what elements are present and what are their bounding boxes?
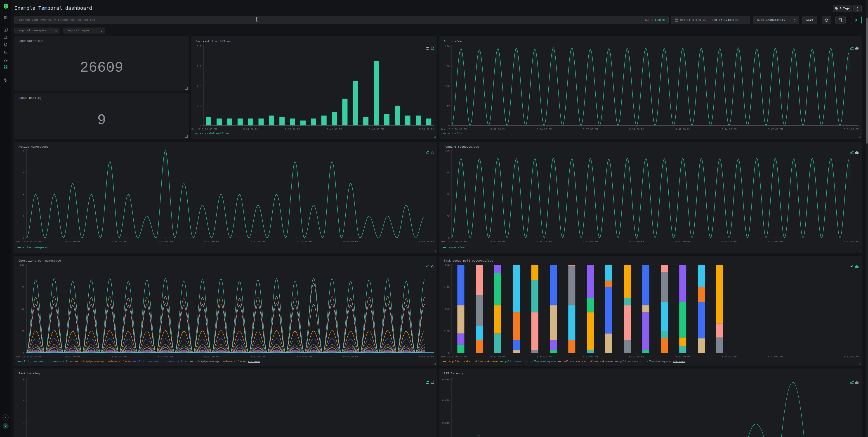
svg-text:0: 0 [23,237,24,240]
svg-text:0.1: 0.1 [445,308,450,310]
svg-text:5:39:30 PM: 5:39:30 PM [629,128,644,131]
svg-text:10K: 10K [445,193,450,196]
svg-text:clickpipes-aws-p..outheast-2.l: clickpipes-aws-p..outheast-2.l2c4n [80,360,130,363]
svg-text:0.6: 0.6 [197,65,202,68]
svg-text:5:44:30 PM: 5:44:30 PM [297,240,312,243]
svg-text:5:46:00 PM: 5:46:00 PM [369,128,384,131]
svg-text:5:34:00 PM: 5:34:00 PM [243,128,258,131]
svg-text:0.029: 0.029 [442,399,450,402]
svg-text:5:42:00 PM: 5:42:00 PM [675,355,690,358]
svg-text:Dec 16 5:29:30 PM: Dec 16 5:29:30 PM [441,128,467,131]
svg-text:+56 more: +56 more [673,360,685,363]
svg-text:5:47:00 PM: 5:47:00 PM [768,355,783,358]
svg-text:0.4: 0.4 [197,85,202,88]
svg-text:0.15: 0.15 [444,286,450,288]
svg-text:5:37:00 PM: 5:37:00 PM [583,128,598,131]
svg-text:75: 75 [22,286,24,288]
svg-text:5:51:00 PM: 5:51:00 PM [844,240,859,243]
svg-text:clickpipes-aws-p..-us-east-1.l: clickpipes-aws-p..-us-east-1.l2c4n [137,360,188,363]
svg-text:50: 50 [447,104,450,107]
svg-text:5:34:30 PM: 5:34:30 PM [537,240,552,243]
svg-text:2: 2 [23,215,24,218]
svg-text:5:47:00 PM: 5:47:00 PM [343,240,358,243]
svg-text:successful workflows: successful workflows [199,132,229,135]
svg-text:action/sec: action/sec [447,132,463,135]
svg-text:5:39:30 PM: 5:39:30 PM [204,355,219,358]
svg-text:5:37:00 PM: 5:37:00 PM [158,355,173,358]
svg-text:5:38:00 PM: 5:38:00 PM [285,128,300,131]
svg-text:25: 25 [22,330,24,333]
svg-text:15K: 15K [445,171,450,174]
svg-text:5:51:00 PM: 5:51:00 PM [419,355,434,358]
svg-text:5:51:00 PM: 5:51:00 PM [844,355,859,358]
svg-text:Task queue poll outcomes/sec: Task queue poll outcomes/sec [444,259,493,262]
svg-text:0: 0 [448,237,450,240]
svg-text:3: 3 [23,399,24,402]
svg-text:5:44:30 PM: 5:44:30 PM [721,240,737,243]
svg-text:5:39:30 PM: 5:39:30 PM [204,240,219,243]
svg-text:150: 150 [445,65,450,68]
svg-text:Pending requests/sec: Pending requests/sec [444,145,479,149]
svg-text:0: 0 [448,124,450,127]
svg-text:5:34:30 PM: 5:34:30 PM [537,355,552,358]
svg-text:5:39:30 PM: 5:39:30 PM [629,240,644,243]
svg-text:5:34:30 PM: 5:34:30 PM [537,128,552,131]
svg-text:5:32:00 PM: 5:32:00 PM [491,128,505,131]
svg-text:5:44:30 PM: 5:44:30 PM [721,355,737,358]
svg-text:Dec 16 5:29:30 PM: Dec 16 5:29:30 PM [16,355,41,358]
svg-text:5:47:00 PM: 5:47:00 PM [768,128,783,131]
svg-text:0.019: 0.019 [442,422,450,424]
svg-text:5:47:00 PM: 5:47:00 PM [768,240,783,243]
svg-text:5:51:00 PM: 5:51:00 PM [844,128,859,131]
svg-text:5:47:00 PM: 5:47:00 PM [343,355,358,358]
svg-text:poll_timeout · c..-flow-task-q: poll_timeout · c..-flow-task-queue [505,360,556,363]
svg-text:Actions/sec: Actions/sec [444,40,463,43]
svg-text:clickpipes-aws-p..outheast-2.l: clickpipes-aws-p..outheast-2.l2c4n [195,360,246,363]
svg-text:5:51:00 PM: 5:51:00 PM [419,128,434,131]
svg-text:50: 50 [22,308,24,310]
svg-text:100: 100 [445,85,450,88]
svg-text:Active Namespaces: Active Namespaces [19,145,49,149]
svg-text:active namespaces: active namespaces [22,246,48,249]
svg-text:2: 2 [23,422,24,424]
svg-text:100: 100 [20,263,24,266]
svg-text:5K: 5K [447,215,450,218]
svg-text:clickpipes-aws-p..-us-east-2.l: clickpipes-aws-p..-us-east-2.l2c4n [22,360,73,363]
svg-text:0: 0 [200,124,202,127]
svg-text:no_poller_tasks ..-flow-task-q: no_poller_tasks ..-flow-task-queue [447,360,498,363]
svg-text:P95 latency: P95 latency [444,372,463,375]
svg-text:4: 4 [23,193,24,196]
svg-text:0.2: 0.2 [445,263,450,266]
svg-text:5:37:00 PM: 5:37:00 PM [583,355,598,358]
svg-text:5:34:30 PM: 5:34:30 PM [112,240,127,243]
svg-text:Task backlog: Task backlog [19,372,40,375]
svg-text:0.8: 0.8 [197,45,202,48]
svg-text:Dec 16 5:29:30 PM: Dec 16 5:29:30 PM [16,240,41,243]
svg-text:5:44:30 PM: 5:44:30 PM [721,128,737,131]
svg-text:Dec 16 5:29:30 PM: Dec 16 5:29:30 PM [441,240,467,243]
svg-text:0.2: 0.2 [197,104,202,107]
svg-text:poll_success_syn..-flow-task-q: poll_success_syn..-flow-task-queue [563,360,613,363]
svg-text:5:44:30 PM: 5:44:30 PM [297,355,312,358]
svg-text:5:37:00 PM: 5:37:00 PM [158,240,173,243]
svg-text:5:42:00 PM: 5:42:00 PM [675,128,690,131]
svg-text:5:42:00 PM: 5:42:00 PM [327,128,342,131]
svg-text:5:42:00 PM: 5:42:00 PM [250,240,266,243]
svg-text:5:32:00 PM: 5:32:00 PM [65,240,80,243]
svg-text:200: 200 [445,45,450,48]
svg-text:20K: 20K [445,150,450,152]
svg-text:0: 0 [23,352,24,354]
svg-text:Dec 16 5:29:30 PM: Dec 16 5:29:30 PM [191,128,217,131]
svg-text:Operations per namespace: Operations per namespace [19,259,61,262]
svg-text:Dec 16 5:29:30 PM: Dec 16 5:29:30 PM [441,355,467,358]
svg-text:5:37:00 PM: 5:37:00 PM [583,240,598,243]
svg-text:+12 more: +12 more [248,360,260,363]
svg-text:Successful workflows: Successful workflows [195,40,231,43]
svg-text:requests/sec: requests/sec [447,246,465,249]
svg-text:0.038: 0.038 [442,378,450,381]
svg-text:5:32:00 PM: 5:32:00 PM [65,355,80,358]
svg-text:5:51:00 PM: 5:51:00 PM [419,240,434,243]
svg-text:0: 0 [448,352,450,354]
svg-text:5:42:00 PM: 5:42:00 PM [250,355,266,358]
svg-text:4: 4 [23,378,24,381]
